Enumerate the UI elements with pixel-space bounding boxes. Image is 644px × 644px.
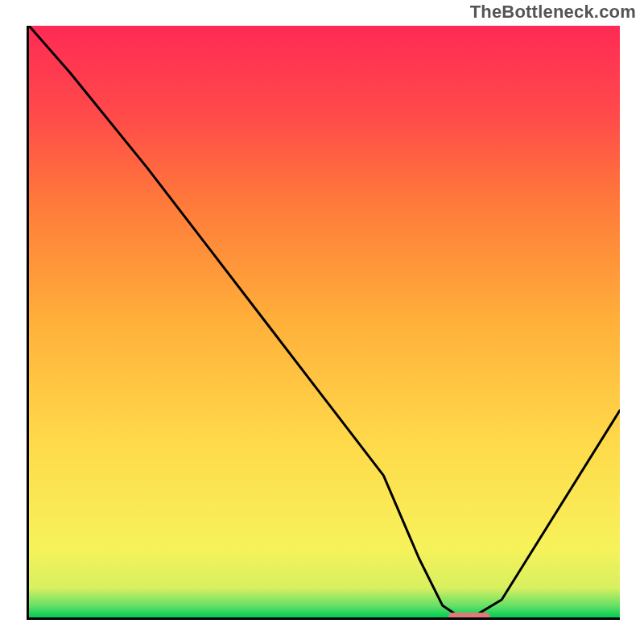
watermark-text: TheBottleneck.com <box>470 2 636 23</box>
chart-svg <box>29 26 620 617</box>
optimal-range-marker <box>448 613 489 617</box>
plot-area <box>27 26 620 620</box>
chart-frame: TheBottleneck.com <box>0 0 644 644</box>
gradient-background <box>29 26 620 617</box>
